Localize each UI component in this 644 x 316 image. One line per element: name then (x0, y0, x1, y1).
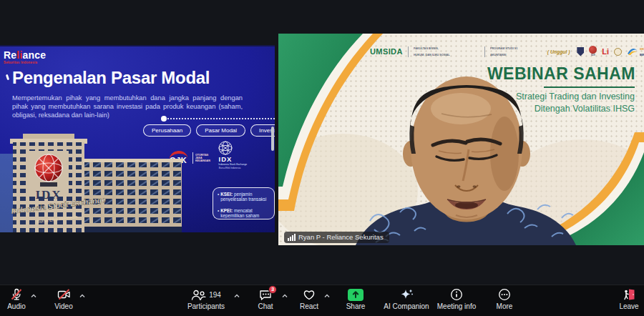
note-kpei: • KPEI: mencatat kepemilikan saham (218, 208, 275, 218)
video-button[interactable]: Video (49, 288, 79, 310)
prodi-text-block: PROGRAM STUDI S1 AKUNTANSI (490, 46, 540, 57)
participant-name-tag: Ryan P - Reliance Sekuritas (284, 232, 389, 243)
camera-muted-icon (57, 288, 71, 301)
zoom-meeting-window: Reliance Sekuritas Indonesia Pengenalan … (0, 0, 644, 316)
idx-globe-icon (217, 140, 234, 156)
institution-logo-strip: UMSIDA FAKULTAS BISNIS, HUKUM, DAN ILMU … (370, 41, 644, 61)
signal-strength-icon (288, 234, 296, 241)
participants-count: 194 (209, 291, 221, 299)
divider (484, 46, 485, 57)
slide-scrollbar-thumb[interactable] (271, 127, 274, 151)
reliance-logo-suffix: ance (22, 49, 46, 61)
chat-unread-badge: 3 (268, 285, 277, 294)
ksei-kpei-note-box: • KSEI: penjamin penyelesaian transaksi … (213, 187, 275, 219)
info-icon (450, 288, 463, 301)
participants-options-chevron[interactable] (233, 293, 240, 299)
reliance-small-logo: Li (602, 48, 609, 56)
participant-name: Ryan P - Reliance Sekuritas (298, 233, 384, 241)
building-sign-idx: IDX (35, 188, 62, 202)
webinar-subtitle-1: Strategi Trading dan Investing (516, 92, 635, 102)
divider (408, 46, 409, 57)
idx-building-photo: IDX Indonesia Stock Exchange Bursa Efek … (0, 132, 193, 232)
more-button[interactable]: More (488, 288, 521, 310)
umsida-logo: UMSIDA (370, 48, 403, 56)
participants-button[interactable]: 194 Participants (180, 288, 232, 310)
diktisaintek-logo: DIKTISAINTEK BERDAMPAK (627, 46, 644, 57)
faculty-text-block: FAKULTAS BISNIS, HUKUM, DAN ILMU SOSIAL (414, 46, 479, 57)
webinar-title: WEBINAR SAHAM (487, 64, 635, 84)
swoosh-icon (627, 47, 638, 56)
timeline-dotted-line (167, 118, 275, 119)
university-crest-icon (577, 47, 584, 56)
idx-logo: IDX Indonesia Stock Exchange Bursa Efek … (209, 140, 242, 173)
speaker-video-panel[interactable]: UMSIDA FAKULTAS BISNIS, HUKUM, DAN ILMU … (278, 34, 644, 245)
note-ksei: • KSEI: penjamin penyelesaian transaksi (218, 192, 275, 202)
share-button[interactable]: Share (339, 288, 372, 310)
leave-button[interactable]: Leave (614, 288, 644, 310)
chat-options-chevron[interactable] (281, 293, 288, 299)
slide-title: Pengenalan Pasar Modal (12, 68, 210, 88)
timeline-dot (161, 116, 167, 122)
video-options-chevron[interactable] (79, 293, 86, 299)
participants-icon (191, 289, 206, 301)
unggul-accreditation-badge: ( Unggul ) (547, 49, 570, 54)
leave-door-icon (623, 288, 635, 301)
title-underline (544, 87, 635, 88)
idx-small-logo: IDX (589, 46, 597, 58)
ai-sparkle-icon (400, 288, 414, 301)
idx-label: IDX (209, 155, 242, 163)
reliance-logo-subtitle: Sekuritas Indonesia (4, 61, 37, 64)
more-ellipsis-icon (498, 288, 511, 301)
slide-body-text: Mempertemukan pihak yang membutuhkan dan… (12, 94, 243, 120)
webinar-subtitle-2: Ditengah Volatilitas IHSG (535, 104, 635, 114)
react-button[interactable]: React (293, 288, 325, 310)
heart-icon (303, 289, 316, 301)
screenshare-slide-panel[interactable]: Reliance Sekuritas Indonesia Pengenalan … (0, 45, 275, 232)
microphone-muted-icon (10, 288, 23, 301)
react-options-chevron[interactable] (323, 293, 331, 299)
audio-options-chevron[interactable] (30, 293, 37, 299)
meeting-info-button[interactable]: Meeting info (432, 288, 481, 310)
zoom-toolbar: Audio Video (0, 285, 644, 316)
bullet: • (218, 192, 219, 202)
reliance-logo: Reliance Sekuritas Indonesia (4, 50, 72, 67)
pill-pasar-modal: Pasar Modal (196, 124, 245, 137)
chat-button[interactable]: 3 Chat (249, 288, 282, 310)
idx-line2: Bursa Efek Indonesia (219, 167, 232, 169)
gold-crest-icon (614, 48, 622, 56)
audio-button[interactable]: Audio (1, 288, 31, 310)
idx-globe-small-icon (589, 46, 597, 54)
ai-companion-button[interactable]: AI Companion (381, 288, 432, 310)
reliance-logo-prefix: Re (4, 49, 16, 61)
bullet: • (218, 208, 219, 218)
idx-line1: Indonesia Stock Exchange (218, 163, 232, 166)
quote-mark-decoration (6, 74, 9, 81)
share-screen-icon (348, 289, 364, 301)
